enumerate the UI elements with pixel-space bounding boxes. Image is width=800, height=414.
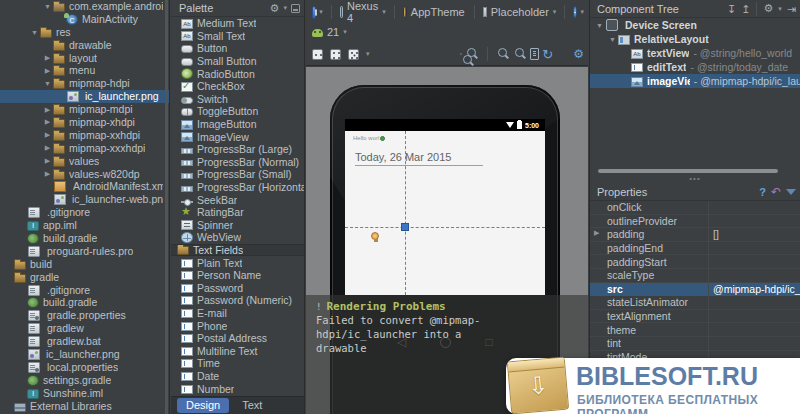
tree-item[interactable]: gradle.properties — [0, 309, 169, 322]
variant-portrait-icon[interactable] — [312, 49, 323, 60]
expand-all-icon[interactable]: ↧ — [727, 3, 736, 15]
tree-item[interactable]: ▶mipmap-xxhdpi — [0, 129, 169, 142]
tree-toggle-icon[interactable]: ▶ — [42, 54, 53, 62]
palette-item[interactable]: Date — [171, 370, 304, 383]
component-tree-item[interactable]: ▼Device Screen — [590, 18, 800, 32]
palette-item[interactable]: ImageView — [171, 130, 304, 143]
zoom-actual-icon[interactable] — [465, 47, 479, 61]
palette-item[interactable]: ProgressBar (Large) — [171, 143, 304, 156]
palette-item[interactable]: Password (Numeric) — [171, 294, 304, 307]
palette-item[interactable]: RadioButton — [171, 67, 304, 80]
tree-item[interactable]: settings.gradle — [0, 374, 169, 387]
tree-toggle-icon[interactable]: ▶ — [42, 131, 53, 139]
tree-toggle-icon[interactable]: ▼ — [42, 80, 53, 87]
property-row[interactable]: paddingStart — [590, 255, 800, 269]
palette-item[interactable]: Small Button — [171, 55, 304, 68]
property-row[interactable]: onClick — [590, 201, 800, 215]
device-screen[interactable]: 5:00 Hello worl Today, 26 Mar 2015 — [345, 119, 545, 295]
edittext-widget[interactable]: Today, 26 Mar 2015 — [355, 151, 483, 166]
palette-item[interactable]: Spinner — [171, 219, 304, 232]
tree-item[interactable]: build.gradle — [0, 232, 169, 245]
tree-item[interactable]: gradlew.bat — [0, 335, 169, 348]
tree-item[interactable]: ▼com.example.android.sun — [0, 0, 169, 13]
configuration-icon[interactable] — [312, 6, 316, 19]
help-icon[interactable]: ? — [759, 186, 766, 198]
tree-item[interactable]: app.iml — [0, 219, 169, 232]
property-expand-icon[interactable]: ▶ — [594, 229, 599, 237]
imageview-selection-handle[interactable] — [401, 223, 409, 231]
gear-icon[interactable]: ⚙ — [763, 3, 773, 14]
tree-item[interactable]: ▶mipmap-mdpi — [0, 103, 169, 116]
filter-icon[interactable] — [786, 189, 796, 195]
palette-item[interactable]: SeekBar — [171, 193, 304, 206]
tree-toggle-icon[interactable]: ▶ — [42, 106, 53, 114]
tab-text[interactable]: Text — [233, 398, 271, 413]
zoom-fit-button[interactable] — [460, 53, 462, 55]
tree-item[interactable]: proguard-rules.pro — [0, 245, 169, 258]
palette-item[interactable]: ProgressBar (Horizontal) — [171, 181, 304, 194]
palette-item[interactable]: CheckBox — [171, 80, 304, 93]
rendering-problems-title-row[interactable]: ! Rendering Problems — [316, 300, 578, 313]
preview-doc-icon[interactable] — [530, 48, 539, 60]
tree-toggle-icon[interactable]: ▶ — [42, 118, 53, 126]
api-level-selector[interactable]: 21 — [327, 26, 339, 38]
tree-toggle-icon[interactable]: ▼ — [29, 29, 40, 36]
palette-item[interactable]: ProgressBar (Normal) — [171, 156, 304, 169]
palette-item[interactable]: Plain Text — [171, 256, 304, 269]
tree-item[interactable]: ▶mipmap-xxxhdpi — [0, 142, 169, 155]
tree-item[interactable]: .gitignore — [0, 284, 169, 297]
tree-item[interactable]: ▶layout — [0, 52, 169, 65]
locale-globe-icon[interactable] — [573, 6, 577, 18]
palette-item[interactable]: Person Name — [171, 269, 304, 282]
panel-splitter[interactable]: ••• — [590, 176, 800, 183]
lightbulb-icon[interactable] — [371, 232, 379, 240]
tree-item[interactable]: Sunshine.iml — [0, 387, 169, 400]
palette-item[interactable]: Password — [171, 281, 304, 294]
tree-item[interactable]: ▶values — [0, 155, 169, 168]
device-selector[interactable]: Nexus 4 — [347, 0, 378, 24]
tree-item[interactable]: AndroidManifest.xml — [0, 180, 169, 193]
tree-item[interactable]: local.properties — [0, 361, 169, 374]
palette-item[interactable]: Phone — [171, 319, 304, 332]
tree-item[interactable]: ▶mipmap-xhdpi — [0, 116, 169, 129]
tree-toggle-icon[interactable]: ▶ — [42, 170, 53, 178]
tree-toggle-icon[interactable]: ▶ — [42, 67, 53, 75]
hide-panel-icon[interactable] — [291, 4, 300, 13]
property-value[interactable]: @mipmap-hdpi/ic_launcher — [708, 283, 800, 295]
tree-item[interactable]: gradle — [0, 271, 169, 284]
tree-item[interactable]: ic_launcher.png — [0, 348, 169, 361]
palette-item[interactable]: Medium Text — [171, 17, 304, 30]
component-tree-item[interactable]: imageView- @mipmap-hdpi/ic_launcher — [590, 74, 800, 88]
tree-item[interactable]: ▶menu — [0, 64, 169, 77]
property-row[interactable]: outlineProvider — [590, 215, 800, 229]
property-row[interactable]: theme — [590, 323, 800, 337]
tree-item[interactable]: ic_launcher.png — [0, 90, 169, 103]
palette-item[interactable]: Multiline Text — [171, 344, 304, 357]
tree-item[interactable]: drawable — [0, 39, 169, 52]
gear-icon[interactable]: ⚙ — [270, 3, 280, 14]
tree-toggle-icon[interactable]: ▶ — [42, 144, 53, 152]
tree-item[interactable]: build — [0, 258, 169, 271]
placeholder-selector[interactable]: Placeholder — [491, 6, 549, 18]
tree-item[interactable]: .gitignore — [0, 206, 169, 219]
component-tree-item[interactable]: ▼RelativeLayout — [590, 32, 800, 46]
palette-item[interactable]: Switch — [171, 93, 304, 106]
tree-toggle-icon[interactable]: ▼ — [607, 36, 618, 43]
property-row[interactable]: tint — [590, 337, 800, 351]
horizontal-scrollbar[interactable] — [598, 169, 778, 173]
palette-item[interactable]: RatingBar — [171, 206, 304, 219]
component-tree-item[interactable]: textView- @string/hello_world — [590, 46, 800, 60]
property-row[interactable]: textAlignment — [590, 310, 800, 324]
render-options-gear-icon[interactable]: ⚙ — [573, 47, 584, 61]
tree-item[interactable]: ▼mipmap-hdpi — [0, 77, 169, 90]
zoom-in-icon[interactable] — [496, 47, 510, 61]
property-row[interactable]: padding▶[] — [590, 228, 800, 242]
tree-item[interactable]: External Libraries — [0, 400, 169, 413]
palette-item[interactable]: Number — [171, 382, 304, 395]
tree-item[interactable]: ▶values-w820dp — [0, 168, 169, 181]
chevron-down-icon[interactable]: ▾ — [283, 4, 287, 12]
component-tree-item[interactable]: editText- @string/today_date — [590, 60, 800, 74]
palette-item[interactable]: ProgressBar (Small) — [171, 168, 304, 181]
tree-toggle-icon[interactable]: ▼ — [42, 3, 53, 10]
reset-icon[interactable]: ↶ — [771, 186, 781, 198]
